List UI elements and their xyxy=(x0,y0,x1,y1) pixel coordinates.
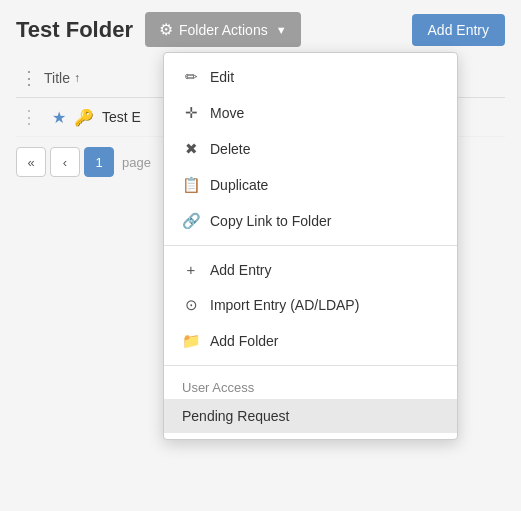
copy-link-label: Copy Link to Folder xyxy=(210,213,331,229)
delete-label: Delete xyxy=(210,141,250,157)
delete-icon: ✖ xyxy=(182,140,200,158)
title-col-header[interactable]: Title ↑ xyxy=(44,70,80,86)
drag-col-header: ⋮ xyxy=(20,67,44,89)
copy-link-menu-item[interactable]: 🔗 Copy Link to Folder xyxy=(164,203,457,239)
move-icon: ✛ xyxy=(182,104,200,122)
star-icon[interactable]: ★ xyxy=(52,108,66,127)
dropdown-section-2: + Add Entry ⊙ Import Entry (AD/LDAP) 📁 A… xyxy=(164,245,457,365)
duplicate-label: Duplicate xyxy=(210,177,268,193)
edit-icon: ✏ xyxy=(182,68,200,86)
add-entry-menu-item[interactable]: + Add Entry xyxy=(164,252,457,287)
folder-actions-dropdown: ✏ Edit ✛ Move ✖ Delete 📋 Duplicate 🔗 Cop… xyxy=(163,52,458,440)
add-folder-label: Add Folder xyxy=(210,333,278,349)
drag-handle-icon[interactable]: ⋮ xyxy=(20,106,44,128)
pending-request-menu-item[interactable]: Pending Request xyxy=(164,399,457,433)
duplicate-menu-item[interactable]: 📋 Duplicate xyxy=(164,167,457,203)
dropdown-section-1: ✏ Edit ✛ Move ✖ Delete 📋 Duplicate 🔗 Cop… xyxy=(164,53,457,245)
user-access-header: User Access xyxy=(164,372,457,399)
sort-asc-icon: ↑ xyxy=(74,71,80,85)
caret-down-icon: ▼ xyxy=(276,24,287,36)
row-title-text: Test E xyxy=(102,109,141,125)
import-entry-menu-item[interactable]: ⊙ Import Entry (AD/LDAP) xyxy=(164,287,457,323)
move-label: Move xyxy=(210,105,244,121)
add-entry-menu-label: Add Entry xyxy=(210,262,271,278)
title-col-label: Title xyxy=(44,70,70,86)
dropdown-section-3: User Access Pending Request xyxy=(164,365,457,439)
page-title: Test Folder xyxy=(16,17,133,43)
add-entry-icon: + xyxy=(182,261,200,278)
page-header: Test Folder ⚙ Folder Actions ▼ Add Entry xyxy=(0,0,521,59)
duplicate-icon: 📋 xyxy=(182,176,200,194)
prev-page-button[interactable]: ‹ xyxy=(50,147,80,177)
delete-menu-item[interactable]: ✖ Delete xyxy=(164,131,457,167)
import-icon: ⊙ xyxy=(182,296,200,314)
add-folder-menu-item[interactable]: 📁 Add Folder xyxy=(164,323,457,359)
pending-request-label: Pending Request xyxy=(182,408,289,424)
key-icon: 🔑 xyxy=(74,108,94,127)
import-entry-label: Import Entry (AD/LDAP) xyxy=(210,297,359,313)
add-entry-button[interactable]: Add Entry xyxy=(412,14,505,46)
gear-icon: ⚙ xyxy=(159,20,173,39)
move-menu-item[interactable]: ✛ Move xyxy=(164,95,457,131)
link-icon: 🔗 xyxy=(182,212,200,230)
edit-label: Edit xyxy=(210,69,234,85)
first-page-button[interactable]: « xyxy=(16,147,46,177)
folder-actions-label: Folder Actions xyxy=(179,22,268,38)
current-page-button[interactable]: 1 xyxy=(84,147,114,177)
edit-menu-item[interactable]: ✏ Edit xyxy=(164,59,457,95)
add-folder-icon: 📁 xyxy=(182,332,200,350)
folder-actions-button[interactable]: ⚙ Folder Actions ▼ xyxy=(145,12,301,47)
page-label: page xyxy=(122,155,151,170)
